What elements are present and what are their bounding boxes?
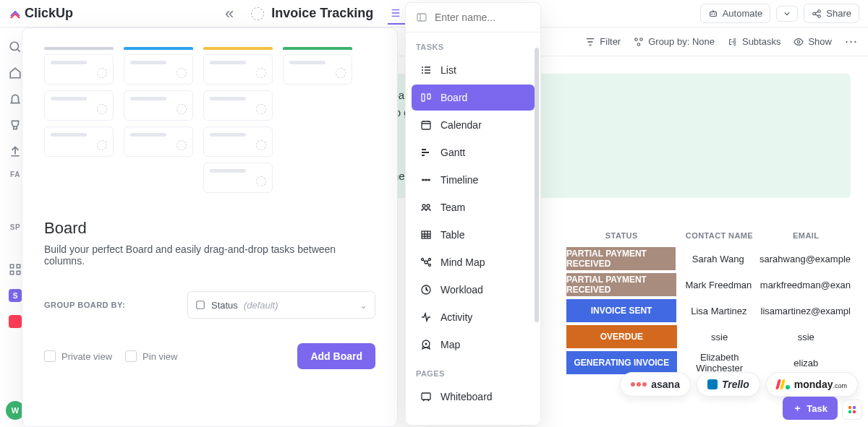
view-option-mind-map[interactable]: Mind Map: [412, 249, 535, 275]
badge-icon[interactable]: S: [9, 289, 22, 302]
email-cell: lisamartinez@exampl: [761, 306, 851, 316]
calendar-icon: [420, 119, 432, 131]
view-option-gantt[interactable]: Gantt: [412, 139, 535, 165]
top-right-controls: Automate Share: [700, 4, 859, 23]
collapse-sidebar-icon[interactable]: «: [225, 4, 234, 23]
contact-cell: Mark Freedman: [677, 280, 760, 290]
view-name-input-row: [406, 3, 540, 33]
svg-rect-20: [422, 94, 425, 101]
whiteboard-icon: [420, 391, 432, 402]
subtasks-button[interactable]: Subtasks: [728, 36, 780, 47]
svg-rect-15: [17, 264, 20, 268]
clickup-logo-icon: [9, 7, 22, 20]
view-name-input[interactable]: [435, 12, 522, 23]
apps-button[interactable]: [842, 400, 862, 420]
new-task-button[interactable]: ＋ Task: [783, 397, 838, 420]
view-option-calendar[interactable]: Calendar: [412, 112, 535, 138]
favorites-label: FA: [10, 171, 20, 178]
eye-icon: [793, 37, 804, 47]
add-board-button[interactable]: Add Board: [297, 343, 375, 369]
clipboard-icon[interactable]: [9, 315, 22, 328]
preview-card: [124, 54, 193, 85]
monday-chip[interactable]: monday.com: [766, 372, 858, 397]
status-badge: PARTIAL PAYMENT RECEIVED: [566, 246, 676, 271]
email-cell: elizab: [762, 358, 851, 368]
board-config-panel: Board Build your perfect Board and easil…: [22, 27, 398, 427]
board-panel-footer: Private view Pin view Add Board: [44, 343, 375, 369]
mind-map-icon: [420, 256, 432, 268]
timeline-icon: [420, 174, 432, 186]
automate-button[interactable]: Automate: [700, 4, 771, 23]
view-option-workload[interactable]: Workload: [412, 277, 535, 303]
search-icon[interactable]: [9, 40, 22, 53]
activity-icon: [420, 311, 432, 323]
view-option-whiteboard[interactable]: Whiteboard: [412, 384, 535, 410]
chevron-down-icon: ⌄: [359, 300, 367, 311]
status-badge: OVERDUE: [566, 324, 678, 349]
preview-card: [44, 126, 114, 157]
view-option-list[interactable]: List: [412, 57, 535, 83]
gantt-icon: [420, 147, 432, 158]
show-button[interactable]: Show: [793, 36, 832, 47]
monday-icon: [777, 379, 790, 389]
checkbox-icon: [44, 350, 56, 362]
board-panel-title: Board: [44, 219, 375, 238]
view-picker-dropdown: TASKS ListBoardCalendarGanttTimelineTeam…: [405, 2, 541, 426]
map-icon: [420, 339, 432, 350]
asana-icon: [631, 382, 647, 387]
chevron-down-icon: [784, 10, 790, 17]
asana-chip[interactable]: asana: [620, 372, 691, 397]
scrollbar[interactable]: [535, 48, 539, 322]
preview-card: [203, 163, 273, 193]
workload-icon: [420, 284, 432, 296]
trello-icon: [707, 379, 718, 389]
view-option-map[interactable]: Map: [412, 332, 535, 358]
svg-point-8: [637, 43, 640, 46]
svg-rect-18: [197, 301, 205, 309]
automate-dropdown[interactable]: [776, 6, 798, 22]
pages-section-label: PAGES: [406, 359, 540, 382]
private-view-checkbox[interactable]: Private view: [44, 350, 112, 362]
svg-point-25: [428, 179, 430, 181]
trello-chip[interactable]: Trello: [697, 372, 760, 397]
email-cell: ssie: [762, 332, 851, 342]
trophy-icon[interactable]: [9, 118, 22, 131]
svg-point-1: [711, 13, 712, 14]
brand-name: ClickUp: [25, 6, 73, 21]
home-icon[interactable]: [9, 66, 22, 79]
svg-rect-28: [422, 231, 430, 238]
contact-cell: Elizabeth Winchester: [678, 352, 762, 374]
more-options-button[interactable]: ···: [845, 34, 858, 49]
view-option-board[interactable]: Board: [412, 85, 535, 111]
preview-card: [44, 54, 114, 85]
view-option-table[interactable]: Table: [412, 222, 535, 248]
svg-rect-19: [417, 14, 426, 21]
contact-cell: ssie: [678, 332, 762, 342]
pin-view-checkbox[interactable]: Pin view: [125, 350, 177, 362]
svg-rect-16: [10, 271, 14, 275]
preview-card: [203, 90, 273, 121]
svg-rect-14: [10, 264, 14, 268]
group-board-select[interactable]: Status(default) ⌄: [187, 291, 375, 319]
svg-point-23: [422, 179, 425, 181]
view-option-timeline[interactable]: Timeline: [412, 167, 535, 193]
grid-icon[interactable]: [9, 263, 22, 276]
apps-icon: [848, 406, 856, 413]
preview-card: [203, 126, 273, 157]
contact-cell: Lisa Martinez: [677, 306, 760, 316]
notification-icon[interactable]: [9, 92, 22, 105]
share-button[interactable]: Share: [804, 4, 859, 23]
view-option-team[interactable]: Team: [412, 194, 535, 220]
logo[interactable]: ClickUp: [9, 6, 73, 21]
upload-icon[interactable]: [9, 145, 22, 158]
view-option-activity[interactable]: Activity: [412, 304, 535, 330]
svg-rect-22: [422, 121, 430, 129]
svg-point-27: [427, 204, 430, 207]
svg-point-9: [733, 38, 736, 40]
group-by-button[interactable]: Group by: None: [634, 36, 715, 47]
filter-button[interactable]: Filter: [585, 36, 621, 47]
status-badge: GENERATING INVOICE: [566, 350, 678, 375]
svg-point-26: [422, 204, 425, 207]
svg-point-11: [733, 43, 736, 46]
svg-point-5: [818, 14, 821, 17]
